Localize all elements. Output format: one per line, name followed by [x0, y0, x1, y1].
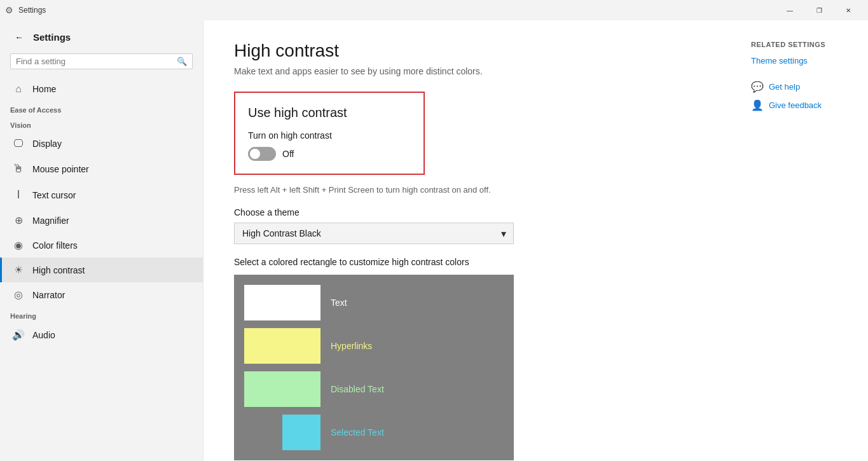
color-row-hyperlinks: Hyperlinks — [244, 328, 504, 364]
get-help-item: 💬 Get help — [751, 81, 858, 93]
color-swatch-selected-text-2[interactable] — [282, 415, 320, 450]
color-name-hyperlinks: Hyperlinks — [331, 341, 372, 351]
titlebar-left: ⚙ Settings — [0, 5, 46, 15]
color-swatch-text[interactable] — [244, 285, 320, 320]
section-ease-of-access: Ease of Access — [0, 101, 203, 116]
main-content: High contrast Make text and apps easier … — [203, 20, 741, 461]
toggle-knob — [250, 149, 260, 159]
back-button[interactable]: ← — [10, 28, 28, 46]
sidebar-item-text-cursor[interactable]: I Text cursor — [0, 182, 203, 208]
magnifier-icon: ⊕ — [12, 214, 25, 226]
color-row-disabled-text: Disabled Text — [244, 371, 504, 407]
sidebar-item-audio[interactable]: 🔊 Audio — [0, 322, 203, 347]
shortcut-hint: Press left Alt + left Shift + Print Scre… — [234, 185, 710, 195]
sidebar-item-mouse-pointer[interactable]: 🖱 Mouse pointer — [0, 156, 203, 182]
theme-select[interactable]: High Contrast Black High Contrast White … — [234, 223, 514, 244]
search-icon: 🔍 — [177, 57, 187, 66]
help-section: 💬 Get help 👤 Give feedback — [751, 81, 858, 111]
toggle-state-label: Off — [282, 149, 294, 159]
section-hearing: Hearing — [0, 307, 203, 322]
audio-icon: 🔊 — [12, 329, 25, 341]
color-filters-icon: ◉ — [12, 239, 25, 251]
color-name-text: Text — [331, 298, 347, 308]
app-layout: ← Settings 🔍 ⌂ Home Ease of Access Visio… — [0, 20, 868, 461]
toggle-label: Turn on high contrast — [248, 130, 411, 141]
back-icon: ← — [15, 32, 23, 42]
high-contrast-toggle[interactable] — [248, 147, 276, 161]
maximize-button[interactable]: ❐ — [804, 0, 834, 20]
color-swatch-disabled-text[interactable] — [244, 371, 320, 407]
page-subtitle: Make text and apps easier to see by usin… — [234, 66, 710, 76]
sidebar-item-high-contrast[interactable]: ☀ High contrast — [0, 258, 203, 282]
theme-label: Choose a theme — [234, 207, 710, 217]
sidebar-item-color-filters[interactable]: ◉ Color filters — [0, 233, 203, 258]
selected-text-container — [244, 415, 320, 450]
sidebar-header: ← Settings — [0, 20, 203, 51]
home-icon: ⌂ — [12, 83, 25, 95]
color-name-disabled-text: Disabled Text — [331, 384, 384, 394]
sidebar-item-label-home: Home — [32, 84, 56, 94]
sidebar-item-magnifier[interactable]: ⊕ Magnifier — [0, 208, 203, 233]
search-input[interactable] — [16, 57, 177, 66]
sidebar-item-label-display: Display — [32, 139, 62, 149]
sidebar-item-display[interactable]: 🖵 Display — [0, 132, 203, 156]
display-icon: 🖵 — [12, 138, 25, 149]
narrator-icon: ◎ — [12, 289, 25, 301]
give-feedback-link[interactable]: Give feedback — [769, 100, 822, 110]
close-button[interactable]: ✕ — [834, 0, 863, 20]
sidebar: ← Settings 🔍 ⌂ Home Ease of Access Visio… — [0, 20, 203, 461]
titlebar-title: Settings — [18, 6, 46, 15]
related-settings-title: Related settings — [751, 41, 858, 48]
sidebar-item-home[interactable]: ⌂ Home — [0, 77, 203, 101]
color-grid: Text Hyperlinks Disabled Text Selected T… — [234, 275, 514, 460]
sidebar-app-title: Settings — [33, 32, 71, 43]
right-panel: Related settings Theme settings 💬 Get he… — [741, 20, 868, 461]
sidebar-item-label-magnifier: Magnifier — [32, 216, 69, 226]
sidebar-item-label-color-filters: Color filters — [32, 240, 78, 251]
mouse-pointer-icon: 🖱 — [12, 162, 25, 175]
give-feedback-icon: 👤 — [751, 99, 764, 111]
color-swatch-hyperlinks[interactable] — [244, 328, 320, 364]
theme-settings-link[interactable]: Theme settings — [751, 56, 858, 65]
sidebar-item-label-text-cursor: Text cursor — [32, 190, 76, 200]
settings-icon: ⚙ — [5, 5, 13, 15]
high-contrast-box-title: Use high contrast — [248, 106, 411, 120]
high-contrast-box: Use high contrast Turn on high contrast … — [234, 92, 425, 175]
theme-select-wrapper[interactable]: High Contrast Black High Contrast White … — [234, 223, 514, 244]
toggle-row: Off — [248, 147, 411, 161]
sidebar-item-label-mouse-pointer: Mouse pointer — [32, 164, 89, 174]
page-title: High contrast — [234, 41, 710, 61]
sidebar-item-label-high-contrast: High contrast — [32, 265, 85, 275]
search-box[interactable]: 🔍 — [10, 53, 193, 69]
sidebar-item-label-audio: Audio — [32, 330, 55, 340]
color-section-label: Select a colored rectangle to customize … — [234, 257, 710, 267]
color-swatch-selected-text[interactable] — [244, 415, 282, 450]
color-name-selected-text: Selected Text — [331, 427, 384, 437]
text-cursor-icon: I — [12, 188, 25, 202]
sidebar-item-narrator[interactable]: ◎ Narrator — [0, 282, 203, 307]
give-feedback-item: 👤 Give feedback — [751, 99, 858, 111]
titlebar-controls: — ❐ ✕ — [775, 0, 863, 20]
color-row-selected-text: Selected Text — [244, 415, 504, 450]
high-contrast-icon: ☀ — [12, 264, 25, 276]
titlebar: ⚙ Settings — ❐ ✕ — [0, 0, 868, 20]
section-vision: Vision — [0, 116, 203, 132]
get-help-icon: 💬 — [751, 81, 764, 93]
minimize-button[interactable]: — — [775, 0, 804, 20]
get-help-link[interactable]: Get help — [769, 82, 800, 92]
color-row-text: Text — [244, 285, 504, 320]
sidebar-item-label-narrator: Narrator — [32, 290, 65, 300]
